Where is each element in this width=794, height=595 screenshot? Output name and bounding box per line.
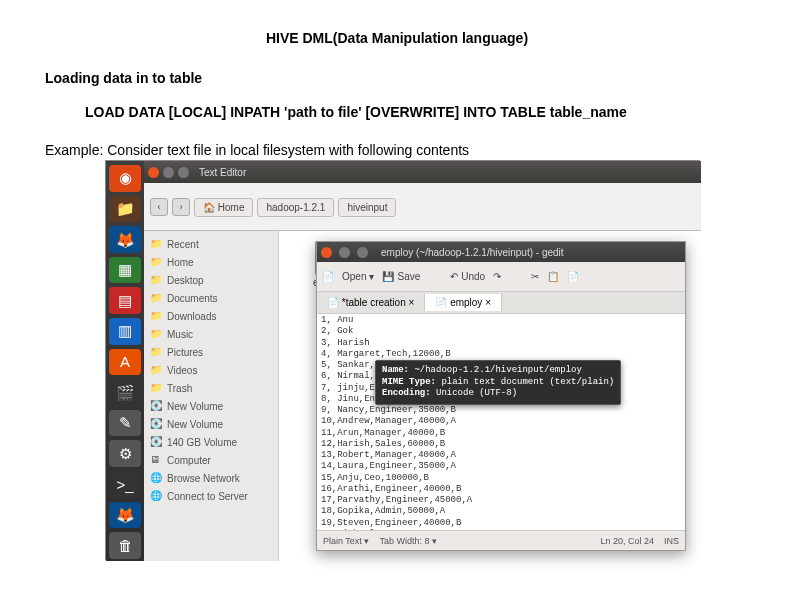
sidebar-item[interactable]: 📁Home bbox=[144, 253, 278, 271]
nav-forward-icon[interactable]: › bbox=[172, 198, 190, 216]
maximize-icon[interactable] bbox=[178, 167, 189, 178]
sidebar-item[interactable]: 🌐Browse Network bbox=[144, 469, 278, 487]
gedit-tabs: 📄 *table creation × 📄 employ × bbox=[317, 292, 685, 314]
status-insert: INS bbox=[664, 536, 679, 546]
impress-icon[interactable]: ▤ bbox=[109, 287, 141, 314]
ubuntu-icon[interactable]: ◉ bbox=[109, 165, 141, 192]
open-button[interactable]: Open ▾ bbox=[342, 271, 374, 282]
folder-icon: 💽 bbox=[150, 418, 162, 430]
fm-title-text: Text Editor bbox=[199, 167, 246, 178]
gedit-statusbar: Plain Text ▾ Tab Width: 8 ▾ Ln 20, Col 2… bbox=[317, 530, 685, 550]
editor-line: 17,Parvathy,Engineer,45000,A bbox=[321, 495, 681, 506]
editor-line: 2, Gok bbox=[321, 326, 681, 337]
sidebar-item[interactable]: 💽New Volume bbox=[144, 397, 278, 415]
unity-launcher: ◉📁🦊▦▤▥A🎬✎⚙>_🦊🗑 bbox=[106, 161, 144, 561]
undo-button[interactable]: ↶ Undo bbox=[450, 271, 485, 282]
settings-icon[interactable]: ⚙ bbox=[109, 440, 141, 467]
editor-line: 9, Nancy,Engineer,35000,B bbox=[321, 405, 681, 416]
maximize-icon[interactable] bbox=[357, 247, 368, 258]
folder-icon: 📁 bbox=[150, 256, 162, 268]
gedit-title-text: employ (~/hadoop-1.2.1/hiveinput) - gedi… bbox=[381, 247, 564, 258]
sidebar-item[interactable]: 📁Documents bbox=[144, 289, 278, 307]
folder-icon: 📁 bbox=[150, 346, 162, 358]
minimize-icon[interactable] bbox=[163, 167, 174, 178]
editor-line: 1, Anu bbox=[321, 315, 681, 326]
folder-icon: 💽 bbox=[150, 436, 162, 448]
sidebar-item[interactable]: 📁Pictures bbox=[144, 343, 278, 361]
editor-line: 4, Margaret,Tech,12000,B bbox=[321, 349, 681, 360]
editor-line: 18,Gopika,Admin,50000,A bbox=[321, 506, 681, 517]
software-icon[interactable]: A bbox=[109, 349, 141, 376]
editor-line: 15,Anju,Ceo,100000,B bbox=[321, 473, 681, 484]
ubuntu-screenshot: ◉📁🦊▦▤▥A🎬✎⚙>_🦊🗑 Text Editor ‹ › 🏠 Home ha… bbox=[105, 160, 700, 560]
crumb-hadoop[interactable]: hadoop-1.2.1 bbox=[257, 198, 334, 217]
calc-icon[interactable]: ▦ bbox=[109, 257, 141, 284]
folder-icon: 📁 bbox=[150, 274, 162, 286]
editor-line: 19,Steven,Engineer,40000,B bbox=[321, 518, 681, 529]
file-tooltip: Name: ~/hadoop-1.2.1/hiveinput/employ MI… bbox=[375, 360, 621, 405]
writer-icon[interactable]: ▥ bbox=[109, 318, 141, 345]
media-icon[interactable]: 🎬 bbox=[109, 379, 141, 406]
gedit-editor[interactable]: Name: ~/hadoop-1.2.1/hiveinput/employ MI… bbox=[317, 314, 685, 530]
sidebar-item[interactable]: 📁Music bbox=[144, 325, 278, 343]
folder-icon: 💽 bbox=[150, 400, 162, 412]
editor-line: 10,Andrew,Manager,40000,A bbox=[321, 416, 681, 427]
close-icon[interactable] bbox=[148, 167, 159, 178]
tab-employ[interactable]: 📄 employ × bbox=[425, 294, 502, 311]
text-editor-icon[interactable]: ✎ bbox=[109, 410, 141, 437]
cut-icon[interactable]: ✂ bbox=[531, 271, 539, 282]
sidebar-item[interactable]: 💽140 GB Volume bbox=[144, 433, 278, 451]
minimize-icon[interactable] bbox=[339, 247, 350, 258]
terminal-icon[interactable]: >_ bbox=[109, 471, 141, 498]
folder-icon: 🌐 bbox=[150, 472, 162, 484]
status-tabwidth[interactable]: Tab Width: 8 ▾ bbox=[379, 536, 437, 546]
folder-icon[interactable]: 📁 bbox=[109, 196, 141, 223]
copy-icon[interactable]: 📋 bbox=[547, 271, 559, 282]
editor-line: 12,Harish,Sales,60000,B bbox=[321, 439, 681, 450]
firefox-icon[interactable]: 🦊 bbox=[109, 226, 141, 253]
editor-line: 14,Laura,Engineer,35000,A bbox=[321, 461, 681, 472]
sidebar-item[interactable]: 📁Downloads bbox=[144, 307, 278, 325]
example-text: Example: Consider text file in local fil… bbox=[45, 142, 749, 158]
page-title: HIVE DML(Data Manipulation language) bbox=[45, 30, 749, 46]
nav-back-icon[interactable]: ‹ bbox=[150, 198, 168, 216]
gedit-toolbar: 📄 Open ▾ 💾 Save ↶ Undo ↷ ✂ 📋 📄 bbox=[317, 262, 685, 292]
syntax-line: LOAD DATA [LOCAL] INPATH 'path to file' … bbox=[85, 104, 749, 120]
gedit-window: employ (~/hadoop-1.2.1/hiveinput) - gedi… bbox=[316, 241, 686, 551]
sidebar-item[interactable]: 🌐Connect to Server bbox=[144, 487, 278, 505]
sidebar-item[interactable]: 📁Videos bbox=[144, 361, 278, 379]
file-manager-header: Text Editor ‹ › 🏠 Home hadoop-1.2.1 hive… bbox=[144, 161, 701, 231]
status-mode[interactable]: Plain Text ▾ bbox=[323, 536, 369, 546]
sidebar-item[interactable]: 📁Desktop bbox=[144, 271, 278, 289]
folder-icon: 🖥 bbox=[150, 454, 162, 466]
save-button[interactable]: 💾 Save bbox=[382, 271, 420, 282]
new-file-button[interactable]: 📄 bbox=[322, 271, 334, 282]
crumb-home[interactable]: 🏠 Home bbox=[194, 198, 253, 217]
sidebar-item[interactable]: 💽New Volume bbox=[144, 415, 278, 433]
folder-icon: 📁 bbox=[150, 292, 162, 304]
sidebar-item[interactable]: 🖥Computer bbox=[144, 451, 278, 469]
editor-line: 11,Arun,Manager,40000,B bbox=[321, 428, 681, 439]
editor-line: 16,Arathi,Engineer,40000,B bbox=[321, 484, 681, 495]
trash-icon[interactable]: 🗑 bbox=[109, 532, 141, 559]
redo-button[interactable]: ↷ bbox=[493, 271, 501, 282]
paste-icon[interactable]: 📄 bbox=[567, 271, 579, 282]
folder-icon: 📁 bbox=[150, 382, 162, 394]
sidebar-item[interactable]: 📁Trash bbox=[144, 379, 278, 397]
editor-line: 3, Harish bbox=[321, 338, 681, 349]
crumb-hiveinput[interactable]: hiveinput bbox=[338, 198, 396, 217]
fm-pathbar: ‹ › 🏠 Home hadoop-1.2.1 hiveinput bbox=[144, 183, 701, 231]
folder-icon: 📁 bbox=[150, 238, 162, 250]
editor-line: 20,Michael,Ceo,100000,A bbox=[321, 529, 681, 530]
section-heading: Loading data in to table bbox=[45, 70, 749, 86]
tab-table-creation[interactable]: 📄 *table creation × bbox=[317, 294, 425, 311]
close-icon[interactable] bbox=[321, 247, 332, 258]
folder-icon: 📁 bbox=[150, 310, 162, 322]
firefox2-icon[interactable]: 🦊 bbox=[109, 502, 141, 529]
folder-icon: 📁 bbox=[150, 328, 162, 340]
folder-icon: 🌐 bbox=[150, 490, 162, 502]
status-cursor: Ln 20, Col 24 bbox=[600, 536, 654, 546]
editor-line: 13,Robert,Manager,40000,A bbox=[321, 450, 681, 461]
folder-icon: 📁 bbox=[150, 364, 162, 376]
sidebar-item[interactable]: 📁Recent bbox=[144, 235, 278, 253]
